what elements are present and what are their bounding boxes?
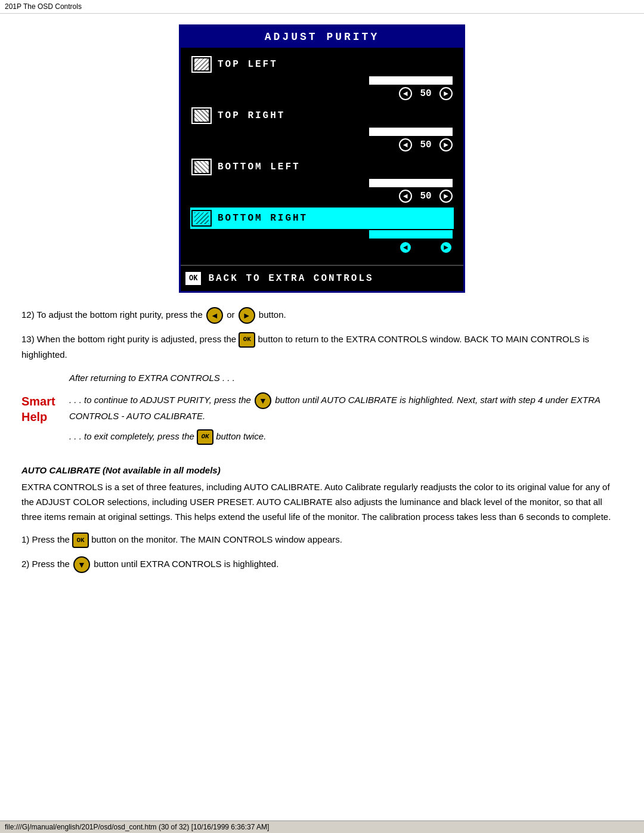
osd-bar-top-left — [369, 76, 453, 85]
left-arrow-button-inline[interactable]: ◄ — [206, 307, 223, 324]
status-bar: file:///G|/manual/english/201P/osd/osd_c… — [0, 820, 644, 833]
title-bar-text: 201P The OSD Controls — [5, 2, 82, 11]
osd-rows: TOP LEFT ◄ 50 ► TOP RIGHT ◄ — [181, 48, 463, 265]
osd-value-row-top-right: ◄ 50 ► — [190, 138, 454, 151]
smart-help-content: . . . to continue to ADJUST PURITY, pres… — [69, 392, 623, 451]
osd-bar-bottom-right — [369, 230, 453, 239]
osd-right-arrow-bottom-left[interactable]: ► — [439, 190, 453, 203]
down-arrow-button-smart-help[interactable]: ▼ — [255, 392, 271, 409]
osd-left-arrow-bottom-right[interactable]: ◄ — [399, 241, 412, 254]
osd-ok-icon-back: OK — [185, 272, 201, 285]
title-bar: 201P The OSD Controls — [0, 0, 644, 14]
osd-menu: ADJUST PURITY TOP LEFT ◄ 50 ► — [179, 24, 465, 293]
osd-label-top-left: TOP LEFT — [218, 59, 453, 70]
osd-icon-top-right — [191, 107, 212, 124]
step12-or: or — [227, 309, 237, 320]
status-bar-text: file:///G|/manual/english/201P/osd/osd_c… — [5, 823, 269, 831]
ok-button-step13[interactable]: OK — [239, 332, 255, 348]
down-arrow-button-step2[interactable]: ▼ — [73, 556, 90, 573]
osd-right-arrow-top-left[interactable]: ► — [439, 87, 453, 100]
instruction-step1: 1) Press the OK button on the monitor. T… — [21, 532, 623, 548]
osd-value-row-bottom-left: ◄ 50 ► — [190, 190, 454, 203]
smart-help-line-exit: . . . to exit completely, press the OK b… — [69, 429, 623, 445]
step12-text-end: button. — [259, 309, 286, 320]
ok-button-smart-help-exit[interactable]: OK — [197, 429, 213, 445]
main-content: ADJUST PURITY TOP LEFT ◄ 50 ► — [0, 14, 644, 599]
osd-bar-row-top-right — [190, 128, 454, 136]
instruction-step13: 13) When the bottom right purity is adju… — [21, 332, 623, 362]
osd-left-arrow-top-right[interactable]: ◄ — [399, 138, 412, 151]
osd-label-bottom-left: BOTTOM LEFT — [218, 162, 453, 172]
smart-help-line-continue: . . . to continue to ADJUST PURITY, pres… — [69, 392, 623, 423]
osd-row-bottom-right: BOTTOM RIGHT — [190, 208, 454, 229]
after-returning-text: After returning to EXTRA CONTROLS . . . — [69, 373, 623, 383]
osd-icon-top-left — [191, 56, 212, 73]
osd-value-top-left: 50 — [417, 88, 435, 99]
osd-bar-bottom-left — [369, 179, 453, 187]
osd-title: ADJUST PURITY — [181, 26, 463, 48]
osd-row-top-left: TOP LEFT — [190, 54, 454, 75]
osd-value-bottom-left: 50 — [417, 191, 435, 202]
step1-text-pre: 1) Press the — [21, 534, 70, 544]
osd-label-top-right: TOP RIGHT — [218, 110, 453, 121]
osd-back-row[interactable]: OK BACK TO EXTRA CONTROLS — [181, 265, 463, 291]
osd-value-bottom-right: 50 — [417, 242, 435, 253]
step1-text-post: button on the monitor. The MAIN CONTROLS… — [91, 534, 342, 544]
osd-icon-bottom-left — [191, 159, 212, 175]
step2-text-post: button until EXTRA CONTROLS is highlight… — [94, 559, 278, 569]
osd-bar-top-right — [369, 128, 453, 136]
step2-text-pre: 2) Press the — [21, 559, 70, 569]
osd-left-arrow-bottom-left[interactable]: ◄ — [399, 190, 412, 203]
osd-value-row-top-left: ◄ 50 ► — [190, 87, 454, 100]
paragraph-auto-calibrate-desc: EXTRA CONTROLS is a set of three feature… — [21, 480, 623, 524]
section-heading-auto-calibrate: AUTO CALIBRATE (Not available in all mod… — [21, 465, 623, 475]
osd-value-row-bottom-right: ◄ 50 ► — [190, 241, 454, 254]
osd-bar-row-bottom-right — [190, 230, 454, 239]
right-arrow-button-inline[interactable]: ► — [239, 307, 255, 324]
osd-bar-row-bottom-left — [190, 179, 454, 187]
instruction-step12: 12) To adjust the bottom right purity, p… — [21, 307, 623, 324]
after-returning-block: After returning to EXTRA CONTROLS . . . — [69, 373, 623, 383]
ok-button-step1[interactable]: OK — [72, 532, 89, 548]
osd-icon-bottom-right — [191, 210, 212, 227]
smart-help-section: SmartHelp . . . to continue to ADJUST PU… — [21, 392, 623, 451]
step12-text-pre: 12) To adjust the bottom right purity, p… — [21, 309, 203, 320]
osd-value-top-right: 50 — [417, 140, 435, 150]
osd-back-label: BACK TO EXTRA CONTROLS — [208, 273, 373, 284]
smart-help-label: SmartHelp — [21, 392, 69, 451]
osd-bar-row-top-left — [190, 76, 454, 85]
osd-left-arrow-top-left[interactable]: ◄ — [399, 87, 412, 100]
osd-row-bottom-left: BOTTOM LEFT — [190, 156, 454, 178]
osd-right-arrow-bottom-right[interactable]: ► — [439, 241, 453, 254]
osd-right-arrow-top-right[interactable]: ► — [439, 138, 453, 151]
osd-row-top-right: TOP RIGHT — [190, 105, 454, 126]
step13-text-pre: 13) When the bottom right purity is adju… — [21, 334, 236, 344]
instruction-step2: 2) Press the ▼ button until EXTRA CONTRO… — [21, 556, 623, 573]
osd-label-bottom-right: BOTTOM RIGHT — [218, 213, 453, 224]
